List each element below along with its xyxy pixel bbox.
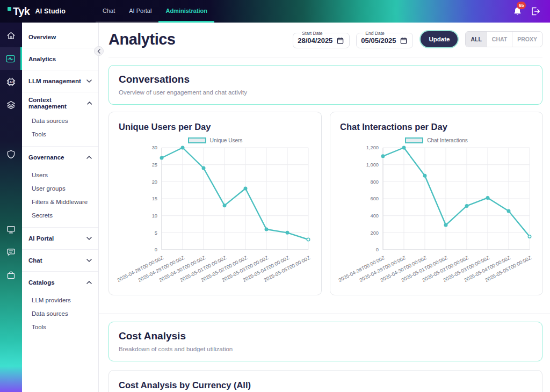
svg-text:1,000: 1,000 bbox=[366, 162, 379, 168]
legend-label: Unique Users bbox=[210, 137, 243, 143]
chevron-up-icon bbox=[87, 101, 92, 105]
rail-item-overview[interactable] bbox=[0, 27, 22, 43]
update-button[interactable]: Update bbox=[419, 30, 459, 48]
sidebar-item-llm-providers[interactable]: LLM providers bbox=[22, 293, 98, 307]
filter-all[interactable]: ALL bbox=[466, 32, 486, 47]
rail-item-llm-management[interactable]: AI bbox=[0, 74, 22, 90]
catalog-box-icon bbox=[6, 270, 16, 280]
sidebar-item-context-management[interactable]: Context management bbox=[22, 92, 98, 114]
cost-by-currency-card: Cost Analysis by Currency (All) bbox=[108, 370, 542, 392]
chat-interactions-line-chart[interactable]: 02004006008001,0001,2002025-04-28T00:00:… bbox=[337, 143, 536, 289]
header-controls: Start Date 28/04/2025 End Date 05/05/202… bbox=[293, 30, 542, 48]
chat-interactions-chart-card: Chat Interactions per Day Chat Interacti… bbox=[330, 112, 543, 295]
tab-administration[interactable]: Administration bbox=[158, 0, 214, 23]
chevron-down-icon bbox=[86, 79, 92, 83]
sidebar-item-data-sources[interactable]: Data sources bbox=[22, 114, 98, 127]
sidebar-item-secrets[interactable]: Secrets bbox=[22, 208, 98, 222]
sidebar-item-analytics[interactable]: Analytics bbox=[22, 48, 98, 70]
calendar-icon bbox=[337, 37, 344, 44]
sidebar-item-label: Chat bbox=[28, 257, 42, 264]
sidebar-item-label: Analytics bbox=[28, 56, 56, 62]
chevron-left-icon bbox=[97, 49, 100, 54]
sidebar-item-overview[interactable]: Overview bbox=[22, 26, 98, 48]
svg-text:AI: AI bbox=[9, 79, 12, 83]
rail-item-governance[interactable] bbox=[0, 146, 22, 162]
rail-item-ai-portal[interactable] bbox=[0, 221, 22, 237]
calendar-icon bbox=[400, 37, 407, 44]
legend-label: Chat Interactions bbox=[427, 137, 468, 143]
unique-users-line-chart[interactable]: 0510152025302025-04-28T00:00:00Z2025-04-… bbox=[115, 143, 315, 289]
logout-icon bbox=[531, 7, 540, 16]
chart-legend[interactable]: Chat Interactions bbox=[337, 137, 536, 143]
app-shell: AI bbox=[0, 23, 550, 392]
page-title: Analytics bbox=[108, 31, 175, 48]
sidebar-item-user-groups[interactable]: User groups bbox=[22, 182, 98, 195]
cost-analysis-section-card: Cost Analysis Breakdown of costs and bud… bbox=[108, 322, 542, 361]
svg-text:1,200: 1,200 bbox=[366, 145, 379, 150]
analytics-header: Analytics Start Date 28/04/2025 End Date bbox=[108, 30, 542, 57]
sidebar-item-catalog-data-sources[interactable]: Data sources bbox=[22, 307, 98, 320]
filter-proxy[interactable]: PROXY bbox=[512, 32, 542, 47]
tab-chat[interactable]: Chat bbox=[96, 0, 122, 23]
tyk-logo[interactable]: Tyk AI Studio bbox=[0, 0, 96, 23]
cost-by-currency-title: Cost Analysis by Currency (All) bbox=[119, 380, 532, 390]
sidebar-item-label: Overview bbox=[28, 34, 56, 40]
cost-analysis-title: Cost Analysis bbox=[119, 330, 532, 342]
svg-text:0: 0 bbox=[376, 247, 379, 252]
cost-analysis-subtitle: Breakdown of costs and budget utilizatio… bbox=[119, 346, 532, 352]
notification-count-badge: 65 bbox=[517, 2, 526, 9]
end-date-label: End Date bbox=[363, 31, 386, 36]
chart-legend[interactable]: Unique Users bbox=[115, 137, 315, 143]
sidebar-item-label: Context management bbox=[28, 97, 87, 110]
filter-chat[interactable]: CHAT bbox=[487, 32, 512, 47]
ai-chip-icon: AI bbox=[6, 77, 16, 87]
notifications-button[interactable]: 65 bbox=[513, 6, 522, 16]
sidebar: Overview Analytics LLM management Contex… bbox=[22, 23, 99, 392]
conversations-subtitle: Overview of user engagement and chat act… bbox=[119, 89, 532, 96]
rail-item-catalogs[interactable] bbox=[0, 267, 22, 283]
svg-text:800: 800 bbox=[370, 179, 379, 185]
sidebar-item-llm-management[interactable]: LLM management bbox=[22, 70, 98, 92]
sidebar-subgroup-governance: Users User groups Filters & Middleware S… bbox=[22, 168, 98, 227]
svg-text:10: 10 bbox=[152, 213, 157, 219]
sidebar-item-tools[interactable]: Tools bbox=[22, 127, 98, 141]
sidebar-item-chat[interactable]: Chat bbox=[22, 249, 98, 271]
logout-button[interactable] bbox=[531, 7, 540, 16]
start-date-input[interactable]: Start Date 28/04/2025 bbox=[293, 31, 350, 48]
sidebar-item-catalog-tools[interactable]: Tools bbox=[22, 320, 98, 333]
sidebar-item-users[interactable]: Users bbox=[22, 168, 98, 182]
sidebar-collapse-button[interactable] bbox=[94, 46, 104, 56]
sidebar-item-catalogs[interactable]: Catalogs bbox=[22, 271, 98, 293]
end-date-input[interactable]: End Date 05/05/2025 bbox=[356, 31, 413, 48]
svg-text:5: 5 bbox=[155, 230, 157, 236]
filter-toggle-group: ALL CHAT PROXY bbox=[465, 31, 542, 47]
chat-bubble-icon bbox=[6, 247, 16, 257]
unique-users-chart-card: Unique Users per Day Unique Users 051015… bbox=[108, 112, 322, 295]
sidebar-item-governance[interactable]: Governance bbox=[22, 146, 98, 168]
legend-swatch bbox=[188, 137, 206, 143]
conversations-section-card: Conversations Overview of user engagemen… bbox=[108, 65, 542, 105]
sidebar-item-filters-middleware[interactable]: Filters & Middleware bbox=[22, 195, 98, 208]
tab-ai-portal[interactable]: AI Portal bbox=[122, 0, 158, 23]
conversations-title: Conversations bbox=[119, 74, 532, 85]
chevron-down-icon bbox=[86, 237, 92, 240]
sidebar-subgroup-context: Data sources Tools bbox=[22, 114, 98, 146]
svg-text:25: 25 bbox=[152, 162, 157, 168]
home-icon bbox=[6, 31, 16, 41]
svg-text:30: 30 bbox=[152, 145, 157, 150]
svg-text:15: 15 bbox=[152, 196, 157, 201]
sidebar-item-ai-portal[interactable]: AI Portal bbox=[22, 227, 98, 249]
rail-item-chat[interactable] bbox=[0, 244, 22, 260]
rail-item-analytics[interactable] bbox=[0, 47, 22, 70]
svg-text:600: 600 bbox=[370, 196, 379, 201]
rail-item-context-management[interactable] bbox=[0, 97, 22, 113]
analytics-pulse-icon bbox=[5, 54, 16, 64]
legend-swatch bbox=[405, 137, 423, 143]
topbar-actions: 65 bbox=[513, 0, 550, 23]
main-content: Analytics Start Date 28/04/2025 End Date bbox=[99, 23, 550, 392]
monitor-icon bbox=[6, 224, 16, 235]
charts-row: Unique Users per Day Unique Users 051015… bbox=[108, 112, 542, 295]
sidebar-item-label: Catalogs bbox=[28, 279, 55, 286]
chevron-up-icon bbox=[86, 281, 92, 284]
start-date-label: Start Date bbox=[300, 31, 324, 36]
